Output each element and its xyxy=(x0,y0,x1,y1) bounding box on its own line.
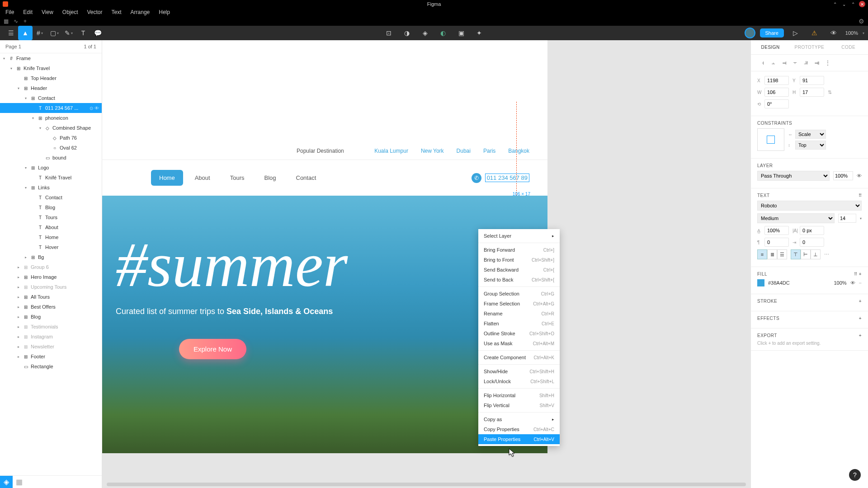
menu-vector[interactable]: Vector xyxy=(83,8,107,17)
layer-row[interactable]: THover xyxy=(0,242,102,252)
constraint-v-select[interactable]: Top xyxy=(795,141,826,150)
layer-row[interactable]: ▾⊞Header xyxy=(0,83,102,93)
text-tool[interactable]: T xyxy=(76,26,90,40)
visibility-icon[interactable]: 👁 xyxy=(857,173,862,178)
fill-style-icon[interactable]: ⠿ xyxy=(854,272,858,277)
fill-swatch[interactable] xyxy=(757,279,764,286)
layer-row[interactable]: TTours xyxy=(0,212,102,222)
layer-row[interactable]: ▾◇Combined Shape xyxy=(0,123,102,133)
layer-row[interactable]: ▾⊞phoneicon xyxy=(0,113,102,123)
fill-remove-icon[interactable]: − xyxy=(859,280,862,286)
dest-link[interactable]: Paris xyxy=(483,148,495,154)
align-left-btn[interactable]: ≡ xyxy=(757,249,767,259)
nav-contact[interactable]: Contact xyxy=(288,170,325,186)
layer-row[interactable]: ▸⊞Newsletter xyxy=(0,342,102,352)
layer-row[interactable]: ▸⊞Testimonials xyxy=(0,322,102,332)
fill-add-icon[interactable]: + xyxy=(859,272,862,277)
phone-number-selected[interactable]: 011 234 567 89 xyxy=(485,174,529,182)
assets-tab-icon[interactable]: ▦ xyxy=(13,476,25,488)
w-input[interactable] xyxy=(764,88,789,97)
x-input[interactable] xyxy=(764,76,789,85)
tidy-icon[interactable]: ✦ xyxy=(472,26,486,40)
tab-prototype[interactable]: PROTOTYPE xyxy=(790,40,829,54)
ctx-send-backward[interactable]: Send BackwardCtrl+[ xyxy=(478,265,560,275)
h-input[interactable] xyxy=(800,88,824,97)
canvas[interactable]: Popular Destination Kuala Lumpur New Yor… xyxy=(102,40,750,488)
constraint-h-select[interactable]: Scale xyxy=(795,130,826,139)
ctx-group-selection[interactable]: Group SelectionCtrl+G xyxy=(478,289,560,299)
ctx-lock-unlock[interactable]: Lock/UnlockCtrl+Shift+L xyxy=(478,376,560,386)
nav-home[interactable]: Home xyxy=(151,170,183,186)
menu-file[interactable]: File xyxy=(1,8,19,17)
layer-row[interactable]: THome xyxy=(0,232,102,242)
dest-link[interactable]: Bangkok xyxy=(508,148,529,154)
rotation-input[interactable] xyxy=(764,99,789,108)
y-input[interactable] xyxy=(800,76,824,85)
avatar[interactable] xyxy=(745,28,755,38)
present-icon[interactable]: ▷ xyxy=(788,26,803,40)
layer-row[interactable]: ⊞Top Header xyxy=(0,73,102,83)
line-height-input[interactable] xyxy=(764,226,789,235)
layer-row[interactable]: ▾⊞Logo xyxy=(0,163,102,173)
align-top-icon[interactable]: ⫟ xyxy=(790,58,801,67)
ctx-rename[interactable]: RenameCtrl+R xyxy=(478,309,560,319)
text-style-icon[interactable]: ⠿ xyxy=(859,193,862,198)
close-icon[interactable]: ✕ xyxy=(859,1,865,7)
text-more-icon[interactable]: ⋯ xyxy=(824,252,829,258)
fill-opacity[interactable]: 100% xyxy=(834,280,846,286)
blend-mode-select[interactable]: Pass Through xyxy=(757,171,830,181)
horizontal-scrollbar[interactable] xyxy=(107,483,746,486)
dest-link[interactable]: New York xyxy=(421,148,444,154)
layer-row[interactable]: ▸⊞Upcoming Tours xyxy=(0,282,102,292)
layers-tab-icon[interactable]: ◈ xyxy=(0,476,13,488)
layer-row[interactable]: ▸⊞Bg xyxy=(0,252,102,262)
mask-icon[interactable]: ◑ xyxy=(400,26,414,40)
layer-opacity-input[interactable] xyxy=(833,171,853,180)
nav-tours[interactable]: Tours xyxy=(222,170,253,186)
para-spacing-input[interactable] xyxy=(764,238,789,247)
font-weight-select[interactable]: Medium xyxy=(757,213,835,223)
minimize-icon[interactable]: ⌃ xyxy=(832,1,838,7)
connection-icon[interactable]: ∿ xyxy=(14,18,20,24)
layer-row[interactable]: ▸⊞Blog xyxy=(0,312,102,322)
layer-row[interactable]: ▭Rectangle xyxy=(0,361,102,371)
ctx-select-layer[interactable]: Select Layer▸ xyxy=(478,231,560,241)
align-hcenter-icon[interactable]: ⫠ xyxy=(768,58,779,67)
stroke-add-icon[interactable]: + xyxy=(859,299,862,304)
page-header[interactable]: Page 1 1 of 1 xyxy=(0,40,102,53)
layer-row[interactable]: ▸⊞Instagram xyxy=(0,332,102,342)
ctx-flip-horizontal[interactable]: Flip HorizontalShift+H xyxy=(478,390,560,400)
layer-row[interactable]: ▾⊞Links xyxy=(0,183,102,192)
nav-blog[interactable]: Blog xyxy=(256,170,284,186)
layer-row[interactable]: ▸⊞Best Offers xyxy=(0,302,102,312)
align-right-btn[interactable]: ☰ xyxy=(777,249,787,259)
dest-link[interactable]: Kuala Lumpur xyxy=(374,148,408,154)
export-add-icon[interactable]: + xyxy=(859,333,862,338)
maximize-down-icon[interactable]: ⌄ xyxy=(841,1,847,7)
new-tab-icon[interactable]: + xyxy=(24,18,30,24)
font-size-input[interactable] xyxy=(838,214,856,223)
layer-row[interactable]: ○Oval 62 xyxy=(0,143,102,153)
comment-tool[interactable]: 💬 xyxy=(90,26,105,40)
move-tool[interactable]: ▲ xyxy=(18,26,33,40)
warning-icon[interactable]: ⚠ xyxy=(807,26,822,40)
align-bottom-icon[interactable]: ⫥ xyxy=(811,58,822,67)
layer-row[interactable]: ▸⊞All Tours xyxy=(0,292,102,302)
ctx-flatten[interactable]: FlattenCtrl+E xyxy=(478,319,560,328)
fill-visibility-icon[interactable]: 👁 xyxy=(850,280,855,286)
ctx-outline-stroke[interactable]: Outline StrokeCtrl+Shift+O xyxy=(478,328,560,338)
menu-arrange[interactable]: Arrange xyxy=(126,8,155,17)
effects-add-icon[interactable]: + xyxy=(859,316,862,321)
pen-tool[interactable]: ✎ xyxy=(61,26,76,40)
layer-row[interactable]: ▾⊞Contact xyxy=(0,93,102,103)
layer-row[interactable]: T011 234 567 ...⊙ 👁 xyxy=(0,103,102,113)
layer-row[interactable]: ▭bound xyxy=(0,153,102,163)
align-top-btn[interactable]: ⊤ xyxy=(791,249,801,259)
layer-row[interactable]: ▸⊞Group 6 xyxy=(0,262,102,272)
constraint-widget[interactable] xyxy=(757,128,784,151)
ctx-bring-to-front[interactable]: Bring to FrontCtrl+Shift+] xyxy=(478,255,560,265)
lock-aspect-icon[interactable]: ⇅ xyxy=(828,89,832,95)
layer-row[interactable]: ▾⊞Knife Travel xyxy=(0,63,102,73)
ctx-paste-properties[interactable]: Paste PropertiesCtrl+Alt+V xyxy=(478,434,560,444)
layer-row[interactable]: ◇Path 76 xyxy=(0,133,102,143)
